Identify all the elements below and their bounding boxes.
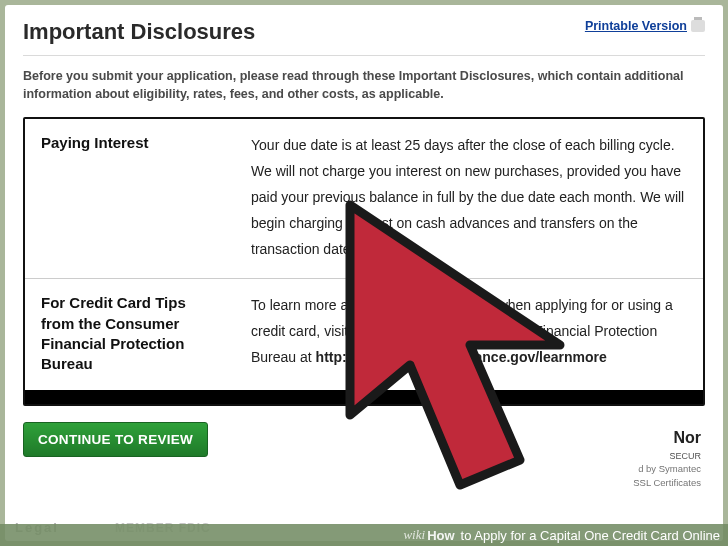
continue-to-review-button[interactable]: CONTINUE TO REVIEW	[23, 422, 208, 457]
badge-brand: Nor	[581, 427, 701, 449]
disclosure-text: Your due date is at least 25 days after …	[235, 119, 703, 279]
printable-version-text[interactable]: Printable Version	[585, 19, 687, 33]
disclosure-table: Paying Interest Your due date is at leas…	[23, 117, 705, 406]
header: Important Disclosures Printable Version	[23, 19, 705, 56]
disclosure-label: For Credit Card Tips from the Consumer F…	[25, 279, 235, 391]
caption-bar: wikiHow to Apply for a Capital One Credi…	[0, 524, 728, 546]
caption-wiki: wiki	[403, 527, 425, 543]
printer-icon	[691, 20, 705, 32]
badge-cert: SSL Certificates	[581, 476, 701, 489]
badge-secured: SECUR	[581, 450, 701, 463]
disclosure-text-url: http://www.consumerfinance.gov/learnmore	[316, 349, 607, 365]
badge-powered: d by Symantec	[581, 462, 701, 475]
section-divider-band	[25, 390, 703, 404]
table-row: For Credit Card Tips from the Consumer F…	[25, 279, 703, 391]
table-row: Paying Interest Your due date is at leas…	[25, 119, 703, 279]
intro-text: Before you submit your application, plea…	[23, 68, 705, 103]
caption-how: How	[427, 528, 454, 543]
security-badge: Nor SECUR d by Symantec SSL Certificates	[581, 427, 701, 489]
page-title: Important Disclosures	[23, 19, 255, 45]
printable-version-link[interactable]: Printable Version	[585, 19, 705, 33]
disclosure-text: To learn more about factors to consider …	[235, 279, 703, 391]
disclosure-label: Paying Interest	[25, 119, 235, 279]
caption-text: to Apply for a Capital One Credit Card O…	[461, 528, 720, 543]
